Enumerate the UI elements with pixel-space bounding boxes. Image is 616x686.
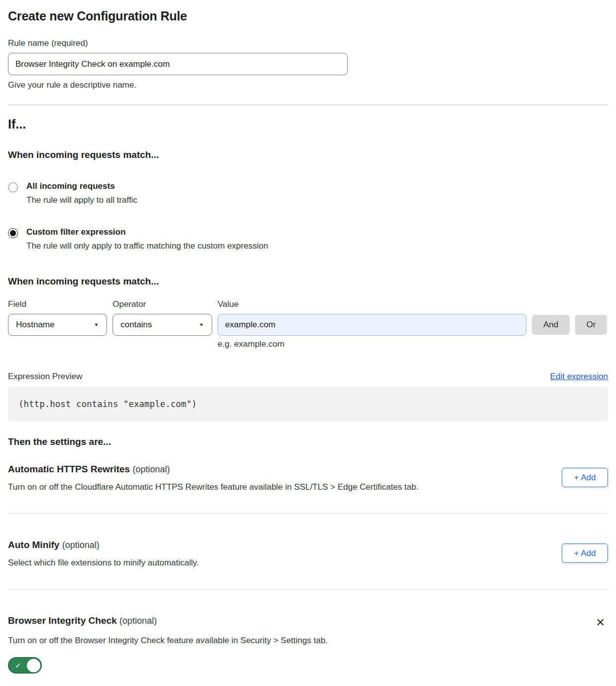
expression-code-block: (http.host contains "example.com"): [8, 387, 608, 421]
chevron-down-icon: ▼: [199, 322, 204, 327]
if-heading: If...: [8, 117, 608, 132]
setting-title-text: Auto Minify: [8, 540, 59, 550]
setting-title: Browser Integrity Check (optional): [8, 615, 157, 626]
setting-description: Turn on or off the Browser Integrity Che…: [8, 636, 608, 646]
operator-label: Operator: [113, 299, 212, 309]
radio-button-selected[interactable]: [8, 228, 18, 238]
value-label: Value: [218, 299, 526, 309]
radio-option-description: The rule will apply to all traffic: [26, 195, 137, 205]
setting-divider: [8, 513, 608, 514]
toggle-knob: [27, 659, 40, 672]
setting-optional-tag: (optional): [62, 540, 100, 550]
setting-title-text: Automatic HTTPS Rewrites: [8, 464, 130, 474]
setting-description: Turn on or off the Cloudflare Automatic …: [8, 482, 418, 492]
check-icon: ✓: [15, 661, 21, 670]
browser-integrity-check-toggle[interactable]: ✓: [8, 657, 42, 674]
or-button[interactable]: Or: [575, 315, 607, 335]
field-select[interactable]: Hostname ▼: [8, 314, 107, 336]
rule-name-help: Give your rule a descriptive name.: [8, 80, 608, 90]
setting-optional-tag: (optional): [120, 616, 157, 626]
setting-description: Select which file extensions to minify a…: [8, 558, 199, 568]
field-label: Field: [8, 299, 107, 309]
radio-option-label: All incoming requests: [26, 181, 137, 191]
setting-title: Auto Minify (optional): [8, 540, 199, 550]
setting-automatic-https-rewrites: Automatic HTTPS Rewrites (optional) Turn…: [8, 464, 608, 492]
page-title: Create new Configuration Rule: [8, 9, 608, 23]
add-button[interactable]: + Add: [562, 544, 608, 563]
setting-text: Automatic HTTPS Rewrites (optional) Turn…: [8, 464, 418, 492]
value-help: e.g. example.com: [218, 339, 526, 349]
close-icon[interactable]: ✕: [596, 617, 605, 628]
operator-select-value: contains: [121, 320, 152, 330]
setting-browser-integrity-check: Browser Integrity Check (optional) ✕ Tur…: [8, 615, 608, 674]
rule-name-label: Rule name (required): [8, 38, 608, 48]
radio-option-custom-filter[interactable]: Custom filter expression The rule will o…: [8, 227, 608, 251]
setting-divider: [8, 589, 608, 590]
value-input[interactable]: [218, 314, 526, 336]
builder-heading: When incoming requests match...: [8, 276, 608, 287]
radio-button-unselected[interactable]: [8, 182, 18, 192]
radio-option-description: The rule will only apply to traffic matc…: [26, 241, 268, 251]
radio-option-all-requests[interactable]: All incoming requests The rule will appl…: [8, 181, 608, 205]
add-button[interactable]: + Add: [562, 468, 608, 487]
field-select-value: Hostname: [16, 320, 54, 330]
setting-auto-minify: Auto Minify (optional) Select which file…: [8, 540, 608, 568]
builder-labels-row: Field Operator Value: [8, 299, 608, 309]
operator-select[interactable]: contains ▼: [113, 314, 212, 336]
setting-title-text: Browser Integrity Check: [8, 615, 117, 626]
builder-controls-row: Hostname ▼ contains ▼ And Or: [8, 314, 608, 336]
radio-option-text: Custom filter expression The rule will o…: [26, 227, 268, 251]
create-configuration-rule-page: Create new Configuration Rule Rule name …: [0, 0, 616, 682]
rule-name-input[interactable]: [8, 53, 348, 75]
expression-preview-header: Expression Preview Edit expression: [8, 372, 608, 382]
setting-text: Auto Minify (optional) Select which file…: [8, 540, 199, 568]
expression-preview-label: Expression Preview: [8, 372, 82, 382]
setting-title: Automatic HTTPS Rewrites (optional): [8, 464, 418, 475]
radio-option-text: All incoming requests The rule will appl…: [26, 181, 137, 205]
match-subheading: When incoming requests match...: [8, 149, 608, 160]
setting-header-row: Browser Integrity Check (optional) ✕: [8, 615, 608, 628]
builder-helper-row: e.g. example.com: [8, 339, 608, 349]
settings-heading: Then the settings are...: [8, 436, 608, 447]
setting-optional-tag: (optional): [132, 464, 170, 474]
edit-expression-link[interactable]: Edit expression: [550, 372, 608, 382]
radio-option-label: Custom filter expression: [26, 227, 268, 237]
and-button[interactable]: And: [532, 315, 570, 335]
section-divider: [8, 105, 608, 105]
chevron-down-icon: ▼: [94, 322, 99, 327]
